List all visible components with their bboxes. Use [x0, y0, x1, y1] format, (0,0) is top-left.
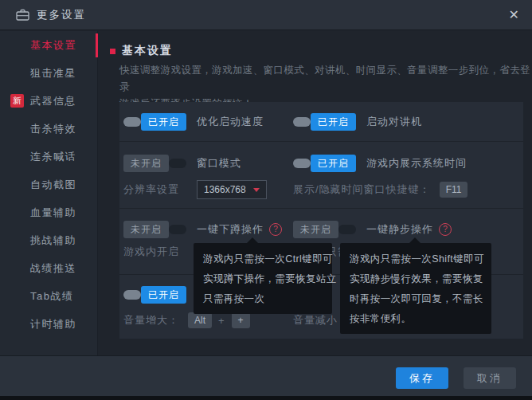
tooltip-line: 游戏内只需按一次Ctrl键即可 — [203, 249, 323, 269]
sidebar-item-label: 血量辅助 — [30, 206, 76, 218]
tooltip-line: 实现蹲下操作，需要恢复站立 — [203, 269, 323, 289]
volume-up-label: 音量增大： — [123, 313, 179, 327]
setting-label: 游戏内展示系统时间 — [366, 156, 467, 171]
section-header: 基本设置 — [110, 44, 173, 58]
close-icon[interactable]: ✕ — [509, 7, 519, 23]
toggle-knob — [338, 225, 356, 234]
cancel-button[interactable]: 取消 — [464, 367, 516, 389]
crouch-hint-text: 游戏内开启 — [123, 245, 179, 259]
setting-label: 窗口模式 — [197, 156, 241, 171]
sidebar-item-sniper-crosshair[interactable]: 狙击准星 — [0, 59, 97, 87]
sidebar-item-health-assist[interactable]: 血量辅助 — [0, 198, 97, 226]
toggle-knob — [169, 225, 186, 234]
tooltip-line: 按非常便利。 — [350, 309, 482, 329]
sidebar-item-label: 狙击准星 — [30, 67, 76, 79]
toggle-state-label: 已开启 — [311, 113, 356, 131]
toggle-optimize-launch-speed[interactable]: 已开启 — [123, 113, 186, 131]
sidebar-item-timer-assist[interactable]: 计时辅助 — [0, 310, 97, 338]
key-badge-plus: + — [232, 312, 250, 328]
sidebar-item-killstreak-voice[interactable]: 连杀喊话 — [0, 143, 97, 171]
resolution-select[interactable]: 1366x768 — [197, 180, 267, 199]
toggle-one-key-crouch[interactable]: 未开启 — [123, 221, 186, 238]
section-bullet — [110, 49, 115, 54]
sidebar-item-kill-effects[interactable]: 击杀特效 — [0, 115, 97, 143]
hotkey-badge-f11: F11 — [440, 182, 468, 198]
toggle-knob — [123, 117, 141, 127]
description-line: 快速调整游戏设置，游戏加速、窗口模式、对讲机、时间显示、音量调整一步到位，省去登… — [119, 62, 532, 96]
sidebar-item-label: 击杀特效 — [30, 123, 76, 135]
resolution-label: 分辨率设置 — [123, 182, 179, 197]
tooltip-line: 只需再按一次 — [203, 289, 323, 309]
sidebar-item-label: 基本设置 — [30, 39, 76, 51]
sidebar-item-label: Tab战绩 — [30, 290, 73, 302]
sidebar-item-auto-screenshot[interactable]: 自动截图 — [0, 171, 97, 198]
footer-bar: 保存 取消 — [0, 355, 532, 396]
save-button[interactable]: 保存 — [396, 367, 448, 389]
volume-down-label: 音量减小 — [293, 313, 338, 327]
setting-group-window-time: 未开启 窗口模式 已开启 游戏内展示系统时间 分辨率设置 — [119, 142, 523, 209]
tooltip-crouch: 游戏内只需按一次Ctrl键即可 实现蹲下操作，需要恢复站立 只需再按一次 — [194, 243, 332, 314]
toggle-knob — [169, 159, 186, 168]
toggle-state-label: 已开启 — [141, 113, 186, 131]
sidebar-item-label: 连杀喊话 — [30, 151, 76, 163]
tooltip-line: 实现静步慢行效果，需要恢复 — [350, 269, 482, 289]
caret-down-icon — [253, 188, 260, 192]
section-title: 基本设置 — [122, 44, 173, 58]
time-hotkey-label: 展示/隐藏时间窗口快捷键： — [293, 182, 431, 197]
toolbox-icon — [16, 9, 29, 21]
window-bottom-edge — [0, 396, 532, 400]
sidebar-item-challenge-assist[interactable]: 挑战辅助 — [0, 226, 97, 254]
setting-label: 一键下蹲操作 — [197, 222, 264, 237]
toggle-state-label: 未开启 — [293, 221, 338, 238]
sidebar-item-label: 武器信息 — [30, 95, 76, 107]
toggle-knob — [123, 290, 141, 300]
toggle-volume-hotkeys[interactable]: 已开启 — [123, 286, 186, 304]
tooltip-line: 时再按一次即可回复，不需长 — [350, 289, 482, 309]
toggle-state-label: 已开启 — [311, 155, 356, 172]
sidebar: 基本设置 狙击准星 新 武器信息 击杀特效 连杀喊话 自动截图 血量辅助 挑战辅… — [0, 31, 98, 356]
toggle-knob — [293, 117, 311, 127]
titlebar: 更多设置 ✕ — [0, 0, 532, 30]
sidebar-item-weapon-info[interactable]: 新 武器信息 — [0, 87, 97, 115]
sidebar-item-label: 自动截图 — [30, 178, 76, 190]
toggle-state-label: 已开启 — [141, 286, 186, 304]
tooltip-arrow — [247, 237, 258, 243]
help-icon-silent-walk[interactable]: ? — [439, 223, 452, 236]
dialog-title: 更多设置 — [37, 8, 86, 22]
tooltip-silent-walk: 游戏内只需按一次Shift键即可 实现静步慢行效果，需要恢复 时再按一次即可回复… — [340, 243, 491, 334]
setting-label: 优化启动速度 — [197, 115, 264, 129]
toggle-show-system-time[interactable]: 已开启 — [293, 155, 356, 172]
toggle-window-mode[interactable]: 未开启 — [123, 155, 186, 172]
sidebar-item-tab-stats[interactable]: Tab战绩 — [0, 282, 97, 310]
sidebar-item-label: 挑战辅助 — [30, 234, 76, 246]
toggle-knob — [293, 159, 311, 168]
help-icon-crouch[interactable]: ? — [269, 223, 282, 236]
sidebar-item-label: 计时辅助 — [30, 318, 76, 330]
tooltip-arrow — [409, 237, 421, 243]
new-badge: 新 — [10, 94, 24, 108]
setting-label: 一键静步操作 — [366, 222, 433, 237]
toggle-one-key-silent-walk[interactable]: 未开启 — [293, 221, 356, 238]
toggle-voice-chat[interactable]: 已开启 — [293, 113, 356, 131]
sidebar-item-basic-settings[interactable]: 基本设置 — [0, 31, 97, 59]
resolution-value: 1366x768 — [204, 184, 246, 195]
sidebar-item-stats-push[interactable]: 战绩推送 — [0, 254, 97, 282]
toggle-state-label: 未开启 — [123, 155, 169, 172]
toggle-state-label: 未开启 — [123, 221, 169, 238]
plus-separator: + — [218, 315, 225, 327]
setting-label: 启动对讲机 — [366, 115, 422, 129]
key-badge-alt: Alt — [188, 312, 212, 328]
setting-group-startup: 已开启 优化启动速度 已开启 启动对讲机 — [119, 102, 523, 142]
sidebar-item-label: 战绩推送 — [30, 262, 76, 274]
tooltip-line: 游戏内只需按一次Shift键即可 — [350, 249, 482, 269]
